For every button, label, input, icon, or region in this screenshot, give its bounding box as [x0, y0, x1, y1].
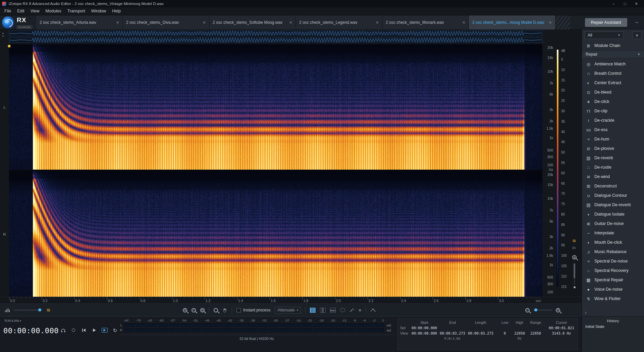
process-mode-dropdown[interactable]: Attenuate [275, 307, 301, 314]
zoom-out-icon[interactable]: − [192, 308, 196, 312]
zoom-selection-icon[interactable] [200, 308, 205, 312]
module-item-spectral-de-noise[interactable]: ≈Spectral De-noise [582, 256, 644, 266]
vertical-zoom-in-icon[interactable]: + [572, 255, 577, 259]
vertical-scrollbar[interactable] [574, 263, 575, 285]
spectrogram-settings-icon[interactable]: ≋ [46, 307, 51, 313]
module-item-interpolate[interactable]: ~Interpolate [582, 228, 644, 238]
module-item-ambience-match[interactable]: ◎Ambience Match [582, 59, 644, 69]
module-item-de-rustle[interactable]: ∴De-rustle [582, 163, 644, 172]
module-item-breath-control[interactable]: ∩Breath Control [582, 69, 644, 78]
lasso-selection-tool[interactable] [340, 308, 345, 312]
menu-edit[interactable]: Edit [14, 7, 28, 15]
play-selection-button[interactable] [101, 327, 108, 333]
h-zoom-in-icon[interactable]: + [556, 308, 560, 312]
transport-bar: h:m:s.ms 00:00:00.000 ↻ -Inf.-70-63-60-5… [0, 316, 582, 352]
waveform-overview[interactable] [9, 30, 542, 44]
time-selection-tool[interactable] [320, 308, 326, 313]
menu-view[interactable]: View [28, 7, 43, 15]
module-item-music-rebalance[interactable]: ♫Music Rebalance [582, 247, 644, 256]
module-item-guitar-de-noise[interactable]: ⊗Guitar De-noise [582, 219, 644, 228]
module-item-center-extract[interactable]: ◐Center Extract [582, 78, 644, 87]
menu-window[interactable]: Window [88, 7, 109, 15]
tab-2-osc-check-stems-diva-wav[interactable]: 2 osc check_stems_Diva.wav✕ [123, 15, 209, 30]
tab-close-icon[interactable]: ✕ [203, 20, 206, 24]
module-item-spectral-repair[interactable]: ▦Spectral Repair [582, 275, 644, 285]
minimize-button[interactable]: – [608, 0, 619, 7]
db-tick-label: 10 [561, 68, 565, 72]
tab-close-icon[interactable]: ✕ [289, 20, 292, 24]
module-item-de-wind[interactable]: ≋De-wind [582, 172, 644, 181]
h-zoom-out-icon[interactable]: − [525, 308, 530, 312]
module-item-de-crackle[interactable]: ≀De-crackle [582, 116, 644, 125]
time-format-dropdown[interactable]: h:m:s.ms [5, 318, 21, 322]
time-ruler[interactable]: 0.00.20.40.60.81.01.21.41.61.82.02.22.42… [0, 297, 582, 303]
tab-close-icon[interactable]: ✕ [376, 20, 379, 24]
module-item-de-clip[interactable]: ⊓De-clip [582, 106, 644, 116]
playhead-marker[interactable] [8, 45, 11, 48]
panel-toggle-arrow-icon[interactable]: → [633, 18, 639, 25]
hand-tool-icon[interactable] [222, 308, 227, 313]
module-item-voice-de-noise[interactable]: ●Voice De-noise [582, 285, 644, 294]
menu-modules[interactable]: Modules [43, 7, 64, 15]
tab-2-osc-check-stems-arturia-wav[interactable]: 2 osc check_stems_Arturia.wav✕ [36, 15, 123, 30]
tab-2-osc-check-stems-moog-model-d-wav[interactable]: 2 osc check_stems...moog Model D.wav✕ [469, 15, 555, 30]
spectrogram-canvas[interactable] [9, 44, 542, 297]
menu-help[interactable]: Help [109, 7, 124, 15]
menu-file[interactable]: File [1, 7, 14, 15]
adjust-selection-icon[interactable]: ≡ [359, 308, 361, 313]
module-item-spectral-recovery[interactable]: ○Spectral Recovery [582, 266, 644, 275]
module-item-de-reverb[interactable]: ▥De-reverb [582, 153, 644, 163]
tab-2-osc-check-stems-legend-wav[interactable]: 2 osc check_stems_Legend.wav✕ [296, 15, 382, 30]
menu-transport[interactable]: Transport [64, 7, 88, 15]
zoom-in-icon[interactable]: + [183, 308, 187, 312]
module-item-de-hum[interactable]: ≈De-hum [582, 134, 644, 144]
repair-assistant-button[interactable]: Repair Assistant [585, 18, 627, 27]
module-chain-item[interactable]: ≣ Module Chain [582, 41, 644, 50]
module-item-wow-flutter[interactable]: ↯Wow & Flutter [582, 294, 644, 303]
output-volume-slider[interactable] [14, 310, 42, 310]
tab-close-icon[interactable]: ✕ [549, 20, 552, 24]
history-item-initial-state[interactable]: Initial State [582, 323, 644, 329]
freq-tick-label: 15k [543, 56, 553, 60]
mini-meter-icon[interactable]: ılı [572, 246, 576, 250]
skip-start-button[interactable] [80, 327, 87, 333]
module-filter-dropdown[interactable]: All ▼ [585, 32, 624, 39]
db-tick-label: 5 [561, 58, 563, 61]
category-dropdown-repair[interactable]: Repair ▼ [582, 50, 644, 58]
maximize-button[interactable]: □ [619, 0, 631, 7]
time-frequency-selection-tool[interactable] [310, 308, 316, 313]
module-item-de-click[interactable]: ∗De-click [582, 97, 644, 106]
module-item-dialogue-isolate[interactable]: ◖Dialogue Isolate [582, 210, 644, 219]
module-item-mouth-de-click[interactable]: ◗Mouth De-click [582, 238, 644, 247]
tab-2-osc-check-stems-softube-moog-wav[interactable]: 2 osc check_stems_Softube Moog.wav✕ [209, 15, 296, 30]
module-item-de-plosive[interactable]: ⊘De-plosive [582, 144, 644, 153]
module-item-de-ess[interactable]: ssDe-ess [582, 125, 644, 134]
close-button[interactable]: ✕ [631, 0, 642, 7]
tab-close-icon[interactable]: ✕ [116, 20, 119, 24]
module-item-de-bleed[interactable]: ⊙De-bleed [582, 87, 644, 97]
overview-collapse-icon[interactable]: ▴▾ [2, 32, 4, 38]
module-menu-button[interactable]: ≡ [633, 32, 641, 39]
monitor-button[interactable] [60, 327, 66, 333]
module-item-dialogue-contour[interactable]: ∪Dialogue Contour [582, 191, 644, 200]
module-item-deconstruct[interactable]: ⊞Deconstruct [582, 181, 644, 191]
module-item-dialogue-de-reverb[interactable]: ▤Dialogue De-reverb [582, 200, 644, 210]
instant-process-checkbox[interactable] [236, 308, 241, 312]
tab-close-icon[interactable]: ✕ [462, 20, 465, 24]
signal-curve-icon[interactable] [370, 308, 376, 312]
loop-button[interactable]: ↻ [112, 327, 118, 333]
play-button[interactable] [91, 327, 98, 333]
panel-expand-chevron-icon[interactable]: › [582, 309, 644, 316]
volume-knob[interactable] [38, 308, 41, 311]
spectrogram-waveform-blend-icon[interactable]: ≋ [572, 238, 576, 243]
output-meter-icon[interactable] [5, 308, 10, 312]
magic-wand-tool[interactable] [350, 308, 354, 312]
vertical-zoom-reset-button[interactable] [574, 286, 576, 288]
h-zoom-knob[interactable] [534, 308, 537, 311]
frequency-selection-tool[interactable] [330, 308, 336, 313]
zoom-fit-icon[interactable] [214, 308, 218, 312]
vertical-scrollbar-thumb[interactable] [574, 263, 575, 278]
record-button[interactable] [70, 327, 77, 333]
tab-2-osc-check-stems-monark-wav[interactable]: 2 osc check_stems_Monark.wav✕ [382, 15, 469, 30]
h-zoom-slider[interactable] [533, 310, 552, 310]
